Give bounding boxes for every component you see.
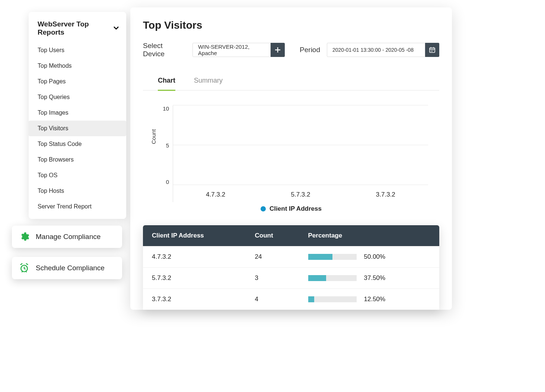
cell-count: 3: [246, 268, 299, 289]
cell-count: 4: [246, 289, 299, 310]
sidebar-item-top-queries[interactable]: Top Queries: [29, 89, 126, 105]
svg-point-3: [432, 50, 433, 51]
sidebar-item-server-trend-report[interactable]: Server Trend Report: [29, 199, 126, 214]
period-value: 2020-01-01 13:30:00 - 2020-05 -08: [332, 47, 414, 53]
sidebar-item-top-images[interactable]: Top Images: [29, 105, 126, 121]
y-axis-label: Count: [150, 129, 157, 144]
cell-count: 24: [246, 246, 299, 268]
percentage-bar: [308, 296, 357, 302]
device-value: WIN-SERVER-2012, Apache: [198, 44, 265, 56]
sidebar-item-top-visitors[interactable]: Top Visitors: [29, 121, 126, 136]
tab-chart[interactable]: Chart: [158, 77, 175, 91]
svg-point-2: [431, 50, 431, 51]
percentage-text: 50.00%: [364, 253, 386, 261]
filter-bar: Select Device WIN-SERVER-2012, Apache Pe…: [143, 42, 439, 58]
data-table: Client IP AddressCountPercentage 4.7.3.2…: [143, 225, 439, 310]
gear-icon: [19, 231, 30, 242]
add-device-button[interactable]: [271, 43, 285, 57]
percentage-bar: [308, 254, 357, 260]
table-row: 5.7.3.2337.50%: [143, 268, 439, 289]
sidebar-item-top-status-code[interactable]: Top Status Code: [29, 136, 126, 152]
cell-ip: 3.7.3.2: [143, 289, 246, 310]
sidebar-title: WebServer Top Reports: [38, 20, 111, 36]
sidebar-item-top-methods[interactable]: Top Methods: [29, 58, 126, 74]
legend-label: Client IP Address: [270, 205, 322, 213]
plus-icon: [275, 47, 280, 52]
x-tick-label: 4.7.3.2: [206, 191, 225, 198]
column-header: Count: [246, 225, 299, 246]
svg-point-4: [433, 50, 434, 51]
chevron-down-icon: [114, 26, 119, 30]
sidebar-header[interactable]: WebServer Top Reports: [29, 12, 126, 42]
x-tick-label: 3.7.3.2: [376, 191, 395, 198]
sidebar: WebServer Top Reports Top UsersTop Metho…: [29, 12, 126, 219]
period-input[interactable]: 2020-01-01 13:30:00 - 2020-05 -08: [327, 43, 425, 57]
tab-summary[interactable]: Summary: [194, 77, 223, 91]
cell-ip: 5.7.3.2: [143, 268, 246, 289]
sidebar-item-top-os[interactable]: Top OS: [29, 168, 126, 183]
legend-dot-icon: [261, 206, 266, 211]
y-tick: 10: [163, 105, 169, 112]
sidebar-item-top-pages[interactable]: Top Pages: [29, 74, 126, 89]
table-row: 4.7.3.22450.00%: [143, 246, 439, 268]
table-row: 3.7.3.2412.50%: [143, 289, 439, 310]
main-panel: Top Visitors Select Device WIN-SERVER-20…: [130, 7, 452, 310]
cell-ip: 4.7.3.2: [143, 246, 246, 268]
chart-legend: Client IP Address: [154, 202, 428, 214]
x-tick-label: 5.7.3.2: [291, 191, 310, 198]
cell-percentage: 37.50%: [299, 268, 439, 289]
tab-bar: ChartSummary: [143, 77, 439, 90]
device-select[interactable]: WIN-SERVER-2012, Apache: [192, 43, 271, 57]
y-tick: 0: [166, 179, 169, 185]
calendar-button[interactable]: [425, 43, 439, 57]
period-label: Period: [300, 46, 320, 54]
column-header: Client IP Address: [143, 225, 246, 246]
manage-compliance-label: Manage Compliance: [36, 233, 101, 241]
svg-point-6: [432, 51, 433, 52]
device-filter: Select Device WIN-SERVER-2012, Apache: [143, 42, 285, 58]
svg-point-5: [431, 51, 431, 52]
percentage-bar: [308, 275, 357, 281]
manage-compliance-button[interactable]: Manage Compliance: [12, 226, 122, 248]
percentage-text: 37.50%: [364, 274, 386, 282]
schedule-compliance-label: Schedule Compliance: [36, 264, 105, 272]
page-title: Top Visitors: [143, 19, 439, 31]
percentage-text: 12.50%: [364, 296, 386, 303]
y-tick: 5: [166, 142, 169, 149]
cell-percentage: 12.50%: [299, 289, 439, 310]
chart-area: Count 1050 4.7.3.25.7.3.23.7.3.2 Client …: [143, 105, 439, 214]
calendar-icon: [429, 47, 435, 53]
cell-percentage: 50.00%: [299, 246, 439, 268]
sidebar-item-top-browsers[interactable]: Top Browsers: [29, 152, 126, 168]
alarm-clock-icon: [19, 262, 30, 274]
schedule-compliance-button[interactable]: Schedule Compliance: [12, 257, 122, 279]
sidebar-item-top-hosts[interactable]: Top Hosts: [29, 183, 126, 199]
period-filter: Period 2020-01-01 13:30:00 - 2020-05 -08: [300, 43, 439, 57]
column-header: Percentage: [299, 225, 439, 246]
device-label: Select Device: [143, 42, 186, 58]
sidebar-item-top-users[interactable]: Top Users: [29, 42, 126, 58]
